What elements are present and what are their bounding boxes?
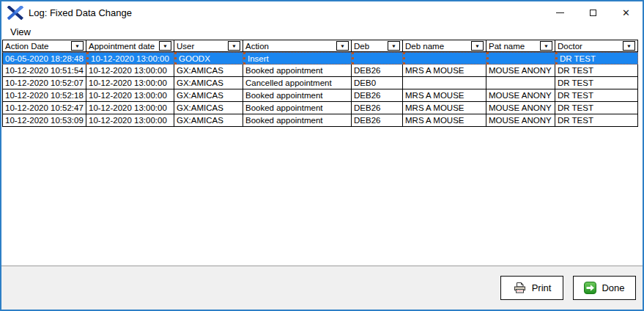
cell-appointment-date[interactable]: 10-12-2020 13:00:00 <box>86 89 174 102</box>
column-header-deb[interactable]: Deb▼ <box>352 40 403 52</box>
column-header-label: Doctor <box>558 42 582 51</box>
cell-user[interactable]: GX:AMICAS <box>174 89 243 102</box>
cell-doctor[interactable]: DR TEST <box>555 102 638 114</box>
cell-action[interactable]: Booked appointment <box>243 89 352 102</box>
title-bar: Log: Fixed Data Change ✕ <box>1 1 643 23</box>
cell-doctor[interactable]: DR TEST <box>555 52 638 65</box>
cell-action[interactable]: Booked appointment <box>243 114 352 127</box>
cell-user[interactable]: GX:AMICAS <box>174 77 243 89</box>
cell-doctor[interactable]: DR TEST <box>555 65 638 77</box>
cell-pat-name[interactable]: MOUSE ANONY <box>486 114 555 127</box>
cell-doctor[interactable]: DR TEST <box>555 89 638 102</box>
cell-action-date[interactable]: 10-12-2020 10:52:47 <box>2 102 86 114</box>
cell-user[interactable]: GX:AMICAS <box>174 114 243 127</box>
cell-deb-name[interactable]: MRS A MOUSE <box>403 102 486 114</box>
cell-deb-name[interactable]: MRS A MOUSE <box>403 89 486 102</box>
done-button-label: Done <box>602 282 624 293</box>
column-filter-dropdown[interactable]: ▼ <box>623 41 635 51</box>
cell-appointment-date[interactable]: 10-12-2020 13:00:00 <box>86 114 174 127</box>
cell-action-date[interactable]: 10-12-2020 10:52:07 <box>2 77 86 89</box>
column-header-label: Action Date <box>5 42 48 51</box>
dropdown-arrow-icon: ▼ <box>544 43 549 48</box>
cell-action[interactable]: Cancelled appointment <box>243 77 352 89</box>
column-header-doctor[interactable]: Doctor▼ <box>555 40 638 52</box>
cell-appointment-date[interactable]: 10-12-2020 13:00:00 <box>86 77 174 89</box>
cell-deb[interactable]: DEB26 <box>352 89 403 102</box>
cell-pat-name[interactable]: MOUSE ANONY <box>486 89 555 102</box>
cell-deb[interactable] <box>352 52 403 65</box>
cell-pat-name[interactable] <box>486 52 555 65</box>
cell-deb-name[interactable] <box>403 77 486 89</box>
cell-user[interactable]: GX:AMICAS <box>174 102 243 114</box>
minimize-button[interactable] <box>544 1 577 23</box>
cell-appointment-date[interactable]: 10-12-2020 13:00:00 <box>86 65 174 77</box>
column-filter-dropdown[interactable]: ▼ <box>540 41 552 51</box>
cell-action-date[interactable]: 06-05-2020 18:28:48 <box>2 52 86 65</box>
column-header-action[interactable]: Action▼ <box>243 40 352 52</box>
log-table: Action Date▼ Appointment date▼ User▼ Act… <box>2 40 638 127</box>
table-row: 10-12-2020 10:51:54 10-12-2020 13:00:00 … <box>2 65 638 77</box>
log-grid-area: Action Date▼ Appointment date▼ User▼ Act… <box>1 40 643 266</box>
cell-deb[interactable]: DEB26 <box>352 65 403 77</box>
close-button[interactable]: ✕ <box>610 1 643 23</box>
column-header-appointment-date[interactable]: Appointment date▼ <box>86 40 174 52</box>
column-filter-dropdown[interactable]: ▼ <box>336 41 349 51</box>
cell-pat-name[interactable] <box>486 77 555 89</box>
column-header-deb-name[interactable]: Deb name▼ <box>403 40 486 52</box>
dropdown-arrow-icon: ▼ <box>626 43 632 48</box>
cell-deb-name[interactable]: MRS A MOUSE <box>403 114 486 127</box>
dropdown-arrow-icon: ▼ <box>163 43 168 48</box>
table-row: 10-12-2020 10:53:09 10-12-2020 13:00:00 … <box>2 114 638 127</box>
column-header-label: Appointment date <box>89 42 155 51</box>
cell-pat-name[interactable]: MOUSE ANONY <box>486 102 555 114</box>
column-filter-dropdown[interactable]: ▼ <box>71 41 84 51</box>
cell-action[interactable]: Booked appointment <box>243 102 352 114</box>
cell-action[interactable]: Insert <box>243 52 352 65</box>
column-header-label: Pat name <box>489 42 525 51</box>
print-button-label: Print <box>532 282 552 293</box>
column-filter-dropdown[interactable]: ▼ <box>471 41 484 51</box>
column-filter-dropdown[interactable]: ▼ <box>388 41 400 51</box>
table-row: 10-12-2020 10:52:47 10-12-2020 13:00:00 … <box>2 102 638 114</box>
done-arrow-icon <box>584 282 596 294</box>
column-header-action-date[interactable]: Action Date▼ <box>2 40 86 52</box>
print-button[interactable]: Print <box>500 276 563 300</box>
column-header-label: Action <box>245 42 269 51</box>
column-header-label: Deb <box>354 42 369 51</box>
cell-deb[interactable]: DEB26 <box>352 114 403 127</box>
cell-appointment-date[interactable]: 10-12-2020 13:00:00 <box>86 102 174 114</box>
cell-action-date[interactable]: 10-12-2020 10:51:54 <box>2 65 86 77</box>
window-controls: ✕ <box>544 1 643 23</box>
cell-deb[interactable]: DEB0 <box>352 77 403 89</box>
cell-user[interactable]: GOODX <box>174 52 243 65</box>
table-row-selected: 06-05-2020 18:28:48 10-12-2020 13:00:00 … <box>2 52 638 65</box>
cell-pat-name[interactable]: MOUSE ANONY <box>486 65 555 77</box>
menu-bar: View <box>1 23 643 40</box>
cell-appointment-date[interactable]: 10-12-2020 13:00:00 <box>86 52 174 65</box>
cell-deb-name[interactable] <box>403 52 486 65</box>
column-filter-dropdown[interactable]: ▼ <box>228 41 240 51</box>
cell-action-date[interactable]: 10-12-2020 10:53:09 <box>2 114 86 127</box>
dropdown-arrow-icon: ▼ <box>475 43 480 48</box>
cell-doctor[interactable]: DR TEST <box>555 77 638 89</box>
table-header-row: Action Date▼ Appointment date▼ User▼ Act… <box>2 40 638 52</box>
table-row: 10-12-2020 10:52:18 10-12-2020 13:00:00 … <box>2 89 638 102</box>
done-button[interactable]: Done <box>573 276 636 300</box>
table-row: 10-12-2020 10:52:07 10-12-2020 13:00:00 … <box>2 77 638 89</box>
cell-deb[interactable]: DEB26 <box>352 102 403 114</box>
dropdown-arrow-icon: ▼ <box>75 43 80 48</box>
cell-deb-name[interactable]: MRS A MOUSE <box>403 65 486 77</box>
column-header-user[interactable]: User▼ <box>174 40 243 52</box>
menu-item-view[interactable]: View <box>7 25 34 39</box>
printer-icon <box>513 282 527 294</box>
column-header-label: User <box>177 42 194 51</box>
cell-user[interactable]: GX:AMICAS <box>174 65 243 77</box>
column-filter-dropdown[interactable]: ▼ <box>159 41 171 51</box>
maximize-button[interactable] <box>577 1 610 23</box>
footer-bar: Print Done <box>1 266 643 310</box>
cell-doctor[interactable]: DR TEST <box>555 114 638 127</box>
minimize-icon <box>556 12 564 13</box>
cell-action[interactable]: Booked appointment <box>243 65 352 77</box>
column-header-pat-name[interactable]: Pat name▼ <box>486 40 555 52</box>
cell-action-date[interactable]: 10-12-2020 10:52:18 <box>2 89 86 102</box>
